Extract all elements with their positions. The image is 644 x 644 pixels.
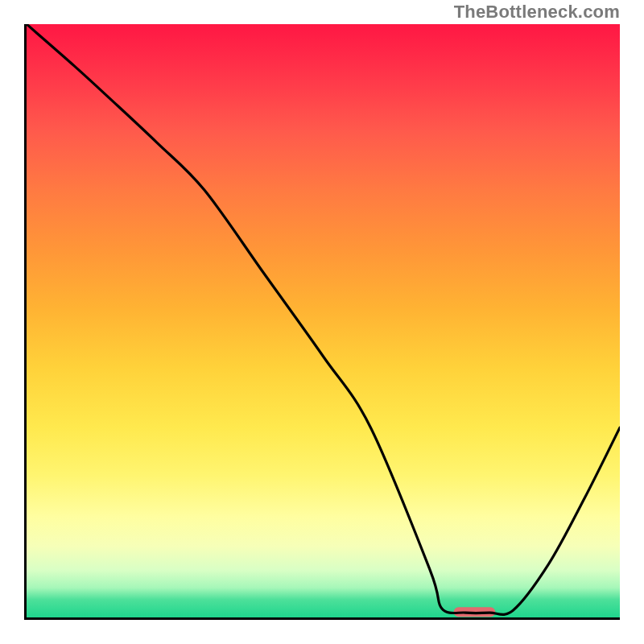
bottleneck-curve <box>27 24 620 614</box>
chart-frame: TheBottleneck.com <box>0 0 644 644</box>
plot-area <box>24 24 620 620</box>
watermark-text: TheBottleneck.com <box>454 2 620 23</box>
chart-svg <box>27 24 620 617</box>
